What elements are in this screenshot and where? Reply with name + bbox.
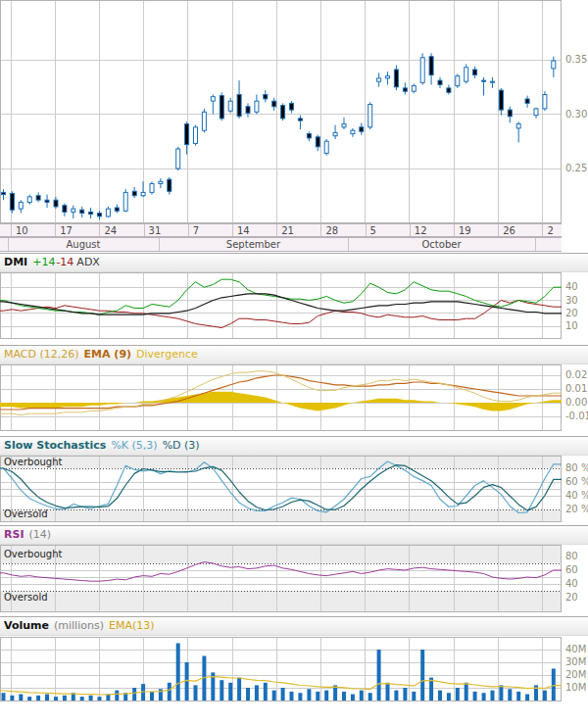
rsi-oversold-label: Oversold xyxy=(4,592,48,603)
volume-unit-label: (millions) xyxy=(54,619,104,632)
candle-body xyxy=(246,107,250,114)
stochastics-d-label: %D (3) xyxy=(163,439,200,452)
y-axis-label: 0.01 xyxy=(565,383,587,394)
volume-bar xyxy=(237,678,241,701)
candle-body xyxy=(220,96,223,119)
week-tick xyxy=(410,224,411,236)
candle-body xyxy=(394,70,398,87)
week-tick xyxy=(366,224,367,236)
volume-bar xyxy=(264,683,268,701)
volume-bar xyxy=(10,696,14,701)
volume-bar xyxy=(360,691,364,701)
candle-body xyxy=(106,209,110,217)
y-axis-label: 0.35 xyxy=(565,54,587,65)
y-axis-label: 20M xyxy=(565,669,586,680)
candle-body xyxy=(534,109,538,116)
macd-title: MACD (12,26) xyxy=(4,348,79,361)
week-tick xyxy=(542,224,543,236)
volume-bar xyxy=(176,644,180,701)
volume-bar xyxy=(420,650,424,701)
y-axis-label: 80 xyxy=(565,551,578,561)
candle-body xyxy=(228,101,232,111)
candle-body xyxy=(176,149,180,169)
volume-bar xyxy=(316,692,319,701)
candle-body xyxy=(360,127,364,131)
price-plot-area xyxy=(0,0,562,223)
week-label: 5 xyxy=(370,225,376,236)
month-label: September xyxy=(159,239,348,250)
y-axis-label: 30 xyxy=(565,295,578,306)
candle-body xyxy=(525,99,529,103)
candle-body xyxy=(543,95,547,109)
rsi-period-label: (14) xyxy=(29,528,52,541)
rsi-overbought-label: Overbought xyxy=(4,549,62,559)
volume-bar xyxy=(403,688,407,701)
week-tick xyxy=(276,224,277,236)
volume-bar xyxy=(465,683,468,701)
dmi-title: DMI xyxy=(4,256,27,268)
y-axis-label: 30M xyxy=(565,656,586,667)
candle-body xyxy=(237,95,241,117)
week-tick xyxy=(99,224,100,236)
candle-body xyxy=(342,124,346,127)
volume-bar xyxy=(54,697,58,701)
volume-bar xyxy=(168,683,172,701)
week-label: 31 xyxy=(149,225,162,236)
candle-body xyxy=(516,124,520,128)
week-tick xyxy=(144,224,145,236)
week-label: 26 xyxy=(503,225,515,236)
volume-bar xyxy=(80,697,84,701)
stochastics-k-line xyxy=(0,461,562,513)
week-tick xyxy=(11,224,12,236)
candle-body xyxy=(80,210,84,213)
volume-bar xyxy=(324,691,328,701)
week-label: 7 xyxy=(193,225,199,236)
candle-body xyxy=(465,68,468,81)
volume-bar xyxy=(194,685,198,701)
candlestick-series xyxy=(2,53,556,219)
week-axis-band: 10172431714212851219262 xyxy=(0,223,562,237)
week-tick xyxy=(232,224,233,236)
month-axis-band: AugustSeptemberOctober xyxy=(0,237,562,252)
month-divider xyxy=(535,238,536,251)
candle-body xyxy=(438,80,442,84)
y-axis-label: 40 xyxy=(565,578,578,589)
volume-bar xyxy=(228,683,232,701)
volume-bar xyxy=(89,696,93,701)
candle-body xyxy=(482,80,486,81)
candle-body xyxy=(447,88,451,92)
volume-bar xyxy=(115,691,119,701)
y-axis-label: -0.01 xyxy=(565,411,588,421)
volume-bar xyxy=(290,692,294,701)
volume-bar-series xyxy=(2,644,556,701)
candle-body xyxy=(150,184,154,193)
candle-body xyxy=(194,127,198,144)
candle-body xyxy=(159,181,163,183)
volume-bar xyxy=(19,695,23,701)
volume-bar xyxy=(342,692,346,701)
candle-body xyxy=(27,197,31,203)
week-label: 21 xyxy=(281,225,294,236)
candle-body xyxy=(36,196,40,200)
volume-bar xyxy=(473,692,477,701)
volume-bar xyxy=(246,688,250,701)
volume-bar xyxy=(516,692,520,701)
candle-body xyxy=(386,76,390,78)
candle-body xyxy=(10,194,14,211)
volume-bar xyxy=(482,693,486,701)
rsi-line xyxy=(0,562,562,582)
y-axis-label: 0.30 xyxy=(565,109,587,120)
y-axis-label: 10M xyxy=(565,682,586,693)
candle-body xyxy=(429,57,433,75)
candle-body xyxy=(333,132,337,135)
volume-bar xyxy=(351,695,355,701)
volume-bar xyxy=(272,691,276,701)
volume-bar xyxy=(150,692,154,701)
stochastics-plot-area xyxy=(0,456,562,522)
candle-body xyxy=(508,110,512,117)
candle-body xyxy=(491,81,495,82)
candle-body xyxy=(412,86,416,92)
candle-body xyxy=(473,70,477,75)
week-label: 14 xyxy=(237,225,250,236)
candle-body xyxy=(98,214,102,217)
